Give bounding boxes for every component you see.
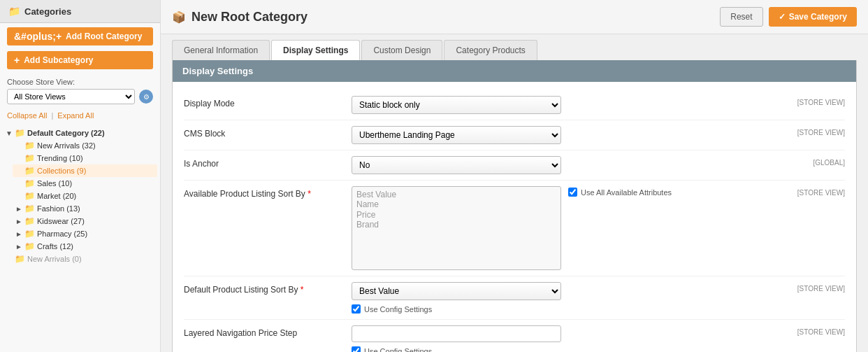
- control-available-sort: Best Value Name Price Brand Use All Avai…: [352, 186, 789, 270]
- tree-item-kidswear[interactable]: ► 📁 Kidswear (27): [13, 215, 157, 227]
- use-config-layered-label: Use Config Settings: [364, 347, 432, 353]
- folder-icon-trending: 📁: [24, 153, 35, 163]
- tree-item-new-arrivals[interactable]: 📁 New Arrivals (32): [13, 139, 157, 152]
- tree-item-collections[interactable]: 📁 Collections (9): [13, 164, 157, 177]
- control-is-anchor: Yes No: [352, 156, 789, 174]
- content-area: Display Settings Display Mode Products o…: [172, 60, 857, 352]
- folder-icon-default: 📁: [15, 128, 25, 138]
- collapse-expand-row: Collapse All | Expand All: [0, 107, 160, 124]
- tabs-row: General Information Display Settings Cus…: [161, 34, 868, 60]
- required-star-available-sort: *: [308, 189, 311, 199]
- use-config-default-sort-checkbox[interactable]: [352, 304, 361, 314]
- tree-item-default[interactable]: ▼ 📁 Default Category (22): [3, 127, 157, 139]
- scope-available-sort: [STORE VIEW]: [789, 186, 845, 197]
- label-available-sort: Available Product Listing Sort By *: [184, 186, 352, 199]
- expand-icon-pharmacy: ►: [15, 230, 22, 238]
- tree-item-trending[interactable]: 📁 Trending (10): [13, 152, 157, 164]
- use-all-attributes-checkbox[interactable]: [568, 188, 577, 197]
- label-is-anchor: Is Anchor: [184, 156, 352, 169]
- form-table: Display Mode Products only Static block …: [173, 82, 856, 352]
- control-default-sort: Best Value Name Price Brand Use Config S…: [352, 282, 789, 314]
- category-tree: ▼ 📁 Default Category (22) 📁 New Arrivals…: [0, 124, 160, 352]
- tree-label-crafts: Crafts (12): [37, 242, 73, 251]
- use-config-layered-wrapper: Use Config Settings: [352, 325, 561, 352]
- tab-general[interactable]: General Information: [172, 40, 270, 60]
- tree-label-new-arrivals: New Arrivals (32): [37, 141, 96, 150]
- separator: |: [51, 111, 53, 120]
- use-all-attributes-label: Use All Available Attributes: [581, 188, 672, 197]
- control-layered-price: Use Config Settings: [352, 325, 789, 352]
- required-star-default-sort: *: [301, 285, 304, 295]
- use-config-default-sort-wrapper: Best Value Name Price Brand Use Config S…: [352, 282, 561, 314]
- sidebar: 📁 Categories &#oplus;+ Add Root Category…: [0, 0, 161, 352]
- tree-label-trending: Trending (10): [37, 154, 83, 162]
- sidebar-title: Categories: [24, 6, 71, 17]
- scope-display-mode: [STORE VIEW]: [789, 96, 845, 106]
- tree-label-new-arrivals-root: New Arrivals (0): [27, 255, 82, 263]
- folder-icon-new-arrivals-root: 📁: [15, 254, 25, 264]
- folder-icon-sales: 📁: [24, 178, 35, 188]
- collapse-all-link[interactable]: Collapse All: [7, 111, 47, 120]
- tree-label-kidswear: Kidswear (27): [37, 217, 85, 225]
- form-row-default-sort: Default Product Listing Sort By * Best V…: [184, 276, 845, 320]
- scope-is-anchor: [GLOBAL]: [789, 156, 845, 167]
- add-sub-label: Add Subcategory: [24, 55, 93, 65]
- sidebar-header: 📁 Categories: [0, 0, 160, 23]
- select-cms-block[interactable]: -- Please Select -- Ubertheme Landing Pa…: [352, 126, 561, 144]
- select-is-anchor[interactable]: Yes No: [352, 156, 561, 174]
- folder-icon-market: 📁: [24, 191, 35, 201]
- tree-label-market: Market (20): [37, 192, 76, 200]
- folder-icon-pharmacy: 📁: [24, 229, 35, 239]
- expand-icon-fashion: ►: [15, 205, 22, 213]
- tree-item-sales[interactable]: 📁 Sales (10): [13, 177, 157, 190]
- main-header: 📦 New Root Category Reset ✓ Save Categor…: [161, 0, 868, 34]
- expand-all-link[interactable]: Expand All: [57, 111, 94, 120]
- select-display-mode[interactable]: Products only Static block only Static b…: [352, 96, 561, 114]
- multiselect-available-sort[interactable]: Best Value Name Price Brand: [352, 186, 561, 270]
- use-config-layered-checkbox[interactable]: [352, 346, 361, 352]
- tree-label-collections: Collections (9): [37, 167, 86, 175]
- folder-icon-kidswear: 📁: [24, 216, 35, 226]
- add-sub-icon: +: [14, 55, 20, 66]
- page-title-row: 📦 New Root Category: [172, 10, 308, 24]
- reset-button[interactable]: Reset: [720, 7, 762, 27]
- folder-icon-fashion: 📁: [24, 204, 35, 213]
- tree-label-pharmacy: Pharmacy (25): [37, 230, 87, 238]
- folder-icon-crafts: 📁: [24, 241, 35, 251]
- tree-item-fashion[interactable]: ► 📁 Fashion (13): [13, 202, 157, 215]
- scope-default-sort: [STORE VIEW]: [789, 282, 845, 293]
- control-display-mode: Products only Static block only Static b…: [352, 96, 789, 114]
- tree-item-new-arrivals-root[interactable]: 📁 New Arrivals (0): [3, 253, 157, 265]
- expand-icon-default: ▼: [6, 129, 13, 137]
- add-root-category-button[interactable]: &#oplus;+ Add Root Category: [7, 27, 153, 45]
- use-all-attributes-row: Use All Available Attributes: [568, 188, 672, 197]
- page-title-icon: 📦: [172, 10, 186, 24]
- label-layered-price: Layered Navigation Price Step: [184, 325, 352, 338]
- section-header: Display Settings: [173, 60, 856, 82]
- tab-custom[interactable]: Custom Design: [361, 40, 442, 60]
- scope-layered-price: [STORE VIEW]: [789, 325, 845, 336]
- input-layered-price[interactable]: [352, 325, 561, 342]
- save-checkmark-icon: ✓: [779, 12, 786, 22]
- store-view-select[interactable]: All Store Views Default Store View: [7, 89, 135, 104]
- save-category-button[interactable]: ✓ Save Category: [769, 7, 857, 27]
- save-label: Save Category: [789, 12, 847, 22]
- select-default-sort[interactable]: Best Value Name Price Brand: [352, 282, 561, 300]
- page-title: New Root Category: [191, 10, 308, 24]
- use-config-default-sort-label: Use Config Settings: [364, 305, 432, 314]
- folder-icon-new-arrivals: 📁: [24, 141, 35, 150]
- tree-label-fashion: Fashion (13): [37, 204, 80, 213]
- categories-icon: 📁: [8, 6, 20, 17]
- store-view-section: Choose Store View: All Store Views Defau…: [0, 71, 160, 107]
- tree-item-pharmacy[interactable]: ► 📁 Pharmacy (25): [13, 227, 157, 240]
- tab-display[interactable]: Display Settings: [271, 40, 360, 60]
- tab-products[interactable]: Category Products: [444, 40, 537, 60]
- form-row-available-sort: Available Product Listing Sort By * Best…: [184, 181, 845, 276]
- store-view-settings-icon[interactable]: ⚙: [139, 90, 153, 104]
- add-root-label: Add Root Category: [66, 31, 142, 41]
- add-subcategory-button[interactable]: + Add Subcategory: [7, 51, 153, 69]
- label-cms-block: CMS Block: [184, 126, 352, 139]
- expand-icon-crafts: ►: [15, 243, 22, 251]
- tree-item-crafts[interactable]: ► 📁 Crafts (12): [13, 240, 157, 253]
- tree-item-market[interactable]: 📁 Market (20): [13, 190, 157, 202]
